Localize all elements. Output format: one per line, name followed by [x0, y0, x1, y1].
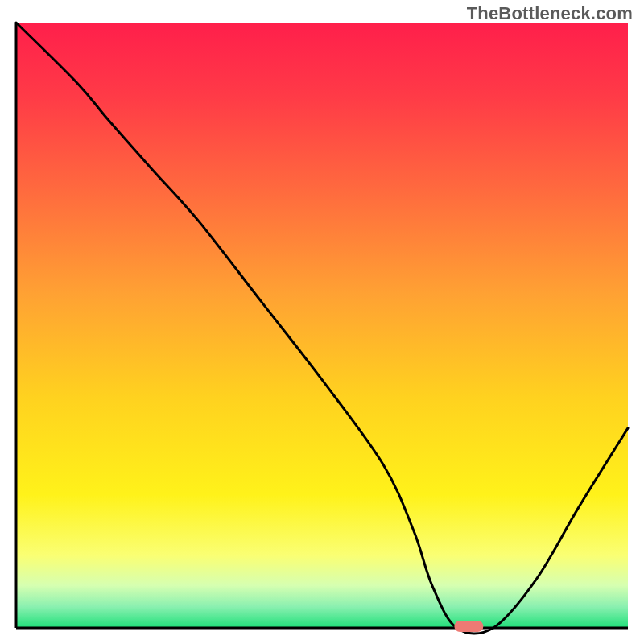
watermark-label: TheBottleneck.com — [467, 3, 633, 24]
optimal-marker — [454, 621, 483, 632]
chart-frame: TheBottleneck.com — [0, 0, 644, 644]
gradient-background — [16, 23, 628, 628]
bottleneck-chart — [0, 0, 644, 644]
